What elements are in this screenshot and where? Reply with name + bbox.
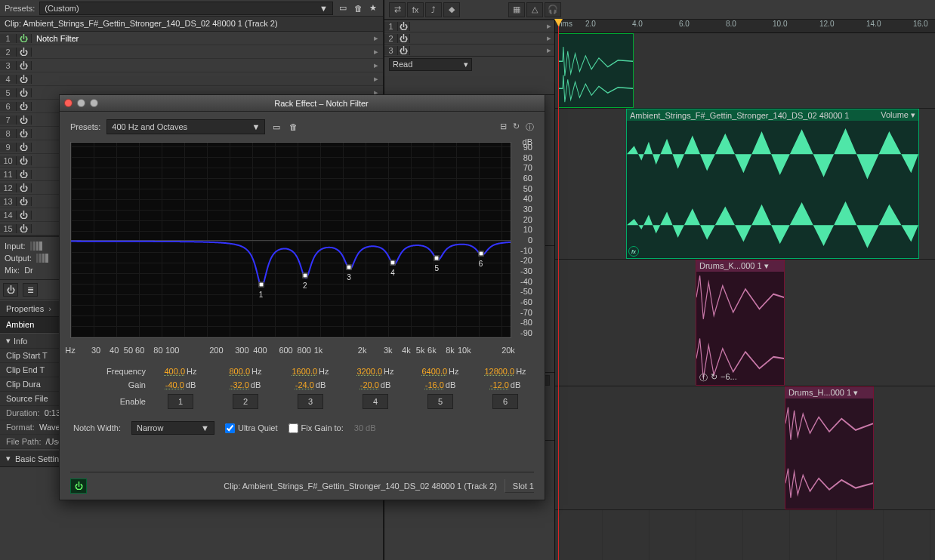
power-icon[interactable]: ⏻ xyxy=(17,224,32,233)
loop-icon[interactable]: ↻ xyxy=(513,122,520,133)
presets-dropdown[interactable]: (Custom) ▼ xyxy=(39,2,333,15)
enable-toggle-4[interactable]: 4 xyxy=(363,394,388,409)
clip-drums-k[interactable]: Drums_K...000 1 ▾ ⓕ ↻ −6... xyxy=(696,260,785,386)
clip-fx-icon[interactable]: ⓕ xyxy=(699,372,708,383)
save-preset-icon[interactable]: ▭ xyxy=(271,122,282,132)
snap-icon[interactable]: ⇄ xyxy=(389,2,406,17)
power-icon[interactable]: ⏻ xyxy=(398,22,410,31)
track-3-lane[interactable]: Drums_K...000 1 ▾ ⓕ ↻ −6... xyxy=(555,260,935,386)
favorite-icon[interactable]: ★ xyxy=(368,3,378,14)
close-icon[interactable] xyxy=(64,99,73,107)
gain-value-5[interactable]: -16.0 xyxy=(425,380,444,389)
notch-point-1[interactable] xyxy=(258,282,264,287)
notch-point-5[interactable] xyxy=(434,256,440,261)
delete-preset-icon[interactable]: 🗑 xyxy=(353,3,363,14)
power-icon[interactable]: ⏻ xyxy=(398,46,410,55)
chevron-right-icon[interactable]: ▸ xyxy=(369,33,383,43)
frequency-value-1[interactable]: 400.0 xyxy=(165,367,186,376)
rack-power-button[interactable]: ⏻ xyxy=(3,283,18,297)
power-icon[interactable]: ⏻ xyxy=(17,75,32,84)
power-icon[interactable]: ⏻ xyxy=(17,48,32,57)
dialog-titlebar[interactable]: Rack Effect – Notch Filter xyxy=(60,95,545,112)
power-icon[interactable]: ⏻ xyxy=(17,170,32,179)
power-icon[interactable]: ⏻ xyxy=(17,115,32,125)
enable-toggle-1[interactable]: 1 xyxy=(168,394,193,409)
track-2-lane[interactable]: Ambient_Strings_F#_Gettin_Stronger_140_D… xyxy=(555,109,935,260)
zoom-icon[interactable] xyxy=(90,99,98,107)
clip-drums-h[interactable]: Drums_H...000 1 ▾ xyxy=(785,386,874,509)
power-icon[interactable]: ⏻ xyxy=(17,34,32,43)
envelope-icon[interactable]: ⤴ xyxy=(425,2,442,17)
frequency-response-graph[interactable]: 123456 xyxy=(70,142,511,338)
power-icon[interactable]: ⏻ xyxy=(17,88,32,97)
track-4-lane[interactable]: Drums_H...000 1 ▾ xyxy=(555,386,935,510)
power-icon[interactable]: ⏻ xyxy=(17,61,32,70)
clip-loop-icon[interactable]: ↻ xyxy=(711,372,717,383)
effect-slot-4[interactable]: 4⏻▸ xyxy=(0,72,383,86)
effect-slot-2[interactable]: 2⏻▸ xyxy=(0,45,383,59)
automation-dropdown[interactable]: Read▾ xyxy=(389,58,472,71)
enable-toggle-5[interactable]: 5 xyxy=(427,394,453,409)
power-icon[interactable]: ⏻ xyxy=(17,211,32,220)
power-icon[interactable]: ⏻ xyxy=(17,143,32,152)
track-lanes[interactable]: Ambient_Strings_F#_Gettin_Stronger_140_D… xyxy=(555,33,935,560)
clip-ambient-strings[interactable]: Ambient_Strings_F#_Gettin_Stronger_140_D… xyxy=(626,109,919,259)
gain-value-6[interactable]: -12.0 xyxy=(490,380,509,389)
gain-value-3[interactable]: -24.0 xyxy=(295,380,314,389)
clip-track1[interactable] xyxy=(558,33,634,108)
notch-width-dropdown[interactable]: Narrow ▼ xyxy=(131,421,214,435)
notch-point-2[interactable] xyxy=(302,273,307,278)
ultra-quiet-checkbox[interactable]: Ultra Quiet xyxy=(225,423,278,433)
clip-title-bar[interactable]: Ambient_Strings_F#_Gettin_Stronger_140_D… xyxy=(627,109,918,121)
notch-point-6[interactable] xyxy=(478,251,483,257)
clip-volume-menu[interactable]: Volume ▾ xyxy=(881,110,915,120)
chevron-right-icon[interactable]: ▸ xyxy=(369,47,383,57)
effect-slot-1[interactable]: 1⏻Notch Filter▸ xyxy=(0,32,383,45)
info-icon[interactable]: ⓘ xyxy=(526,122,534,133)
frequency-value-5[interactable]: 6400.0 xyxy=(421,367,447,376)
notch-point-4[interactable] xyxy=(390,260,396,265)
time-ruler[interactable]: hms 2.04.06.08.010.012.014.016.0 xyxy=(555,20,935,33)
graph-range-icon[interactable]: ⊟ xyxy=(500,122,507,133)
headphone-icon[interactable]: 🎧 xyxy=(545,2,561,17)
power-icon[interactable]: ⏻ xyxy=(17,183,32,192)
enable-toggle-3[interactable]: 3 xyxy=(298,394,323,409)
power-icon[interactable]: ⏻ xyxy=(17,156,32,165)
minimize-icon[interactable] xyxy=(77,99,85,107)
enable-label: Enable xyxy=(70,397,146,406)
delete-preset-icon[interactable]: 🗑 xyxy=(288,122,298,132)
track1-slot-3[interactable]: 3⏻▸ xyxy=(384,44,554,56)
enable-toggle-2[interactable]: 2 xyxy=(233,394,258,409)
power-icon[interactable]: ⏻ xyxy=(17,129,32,138)
clip-fx-icon[interactable]: fx xyxy=(628,246,639,257)
frequency-value-4[interactable]: 3200.0 xyxy=(356,367,382,376)
track-1-lane[interactable] xyxy=(555,33,935,109)
power-icon[interactable]: ⏻ xyxy=(17,197,32,206)
power-icon[interactable]: ⏻ xyxy=(17,102,32,111)
frequency-value-6[interactable]: 12800.0 xyxy=(484,367,514,376)
chevron-right-icon[interactable]: ▸ xyxy=(369,74,383,84)
power-icon[interactable]: ⏻ xyxy=(398,34,410,43)
track1-slot-2[interactable]: 2⏻▸ xyxy=(384,32,554,44)
fix-gain-checkbox[interactable]: Fix Gain to: xyxy=(289,423,344,433)
chevron-right-icon[interactable]: ▸ xyxy=(369,60,383,70)
fx-icon[interactable]: fx xyxy=(407,2,424,17)
keyframe-icon[interactable]: ◆ xyxy=(443,2,460,17)
mix-value[interactable]: Dr xyxy=(24,266,33,275)
dialog-presets-dropdown[interactable]: 400 Hz and Octaves ▼ xyxy=(106,119,265,134)
effect-slot-3[interactable]: 3⏻▸ xyxy=(0,59,383,72)
enable-toggle-6[interactable]: 6 xyxy=(492,394,518,409)
gain-value-4[interactable]: -20.0 xyxy=(360,380,379,389)
rack-list-button[interactable]: ≣ xyxy=(23,283,38,297)
frequency-value-3[interactable]: 1600.0 xyxy=(292,367,317,376)
notch-point-3[interactable] xyxy=(346,264,351,269)
frequency-value-2[interactable]: 800.0 xyxy=(230,367,251,376)
effect-power-button[interactable]: ⏻ xyxy=(70,478,87,494)
save-preset-icon[interactable]: ▭ xyxy=(338,3,348,14)
track1-slot-1[interactable]: 1⏻▸ xyxy=(384,20,554,32)
gain-value-2[interactable]: -32.0 xyxy=(230,380,249,389)
gain-value-1[interactable]: -40.0 xyxy=(165,380,184,389)
playhead[interactable] xyxy=(558,20,559,560)
zoom-icon[interactable]: ▦ xyxy=(508,2,525,17)
metronome-icon[interactable]: △ xyxy=(526,2,543,17)
